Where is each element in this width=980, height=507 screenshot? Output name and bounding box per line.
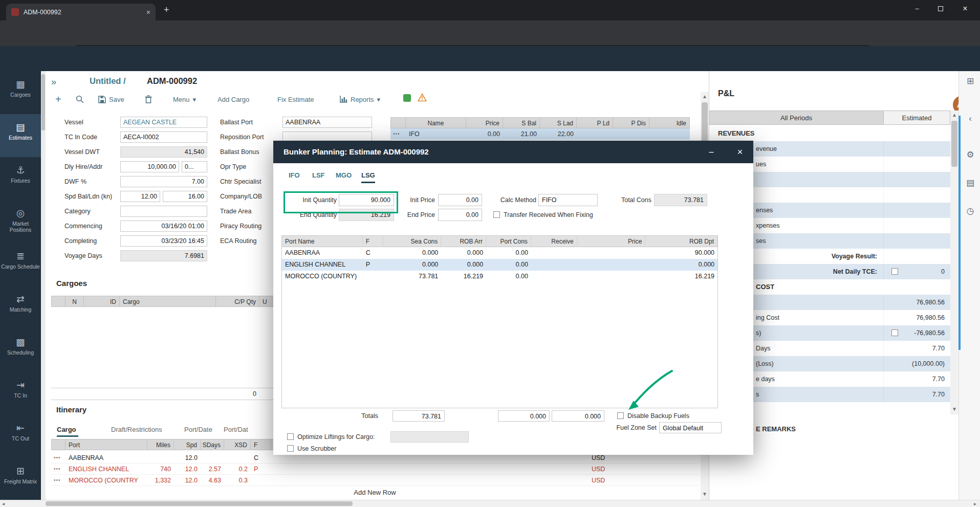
- spd-ballast-field[interactable]: 12.00: [120, 191, 160, 202]
- fuel-zone-select[interactable]: Global Default: [659, 422, 722, 433]
- voyage-days-field[interactable]: 7.6981: [120, 250, 207, 261]
- clock-icon[interactable]: ◷: [964, 206, 976, 216]
- end-quantity-field[interactable]: 16.219: [339, 209, 394, 221]
- trash-icon: [145, 95, 152, 103]
- sidebar-item-estimates[interactable]: ▤ Estimates: [0, 114, 41, 157]
- itinerary-row[interactable]: ••• ENGLISH CHANNEL 740 12.0 2.57 0.2 P …: [51, 464, 699, 475]
- itinerary-tab-cargo[interactable]: Cargo: [57, 426, 76, 433]
- transfer-received-checkbox[interactable]: [493, 211, 500, 218]
- window-maximize-button[interactable]: [929, 0, 952, 17]
- init-price-field[interactable]: 0.00: [438, 194, 482, 206]
- totals-label: Totals: [335, 410, 378, 422]
- category-field[interactable]: [120, 206, 207, 217]
- window-minimize-button[interactable]: –: [905, 0, 929, 17]
- cargoes-icon: ▦: [0, 79, 41, 90]
- pnl-scroll-down-icon[interactable]: ▼: [952, 406, 957, 412]
- fuel-tab-lsg[interactable]: LSG: [361, 171, 375, 183]
- new-tab-button[interactable]: +: [164, 5, 169, 15]
- sidebar-item-market-positions[interactable]: ◎ Market Positions: [0, 200, 41, 243]
- bunker-grid-row[interactable]: AABENRAA C 0.000 0.000 0.00 90.000: [282, 247, 717, 259]
- tc-in-code-field[interactable]: AECA-I0002: [120, 131, 207, 143]
- disable-backup-fuels-checkbox[interactable]: [617, 412, 624, 419]
- itinerary-row[interactable]: ••• MOROCCO (COUNTRY 1,332 12.0 4.63 0.3…: [51, 475, 699, 486]
- scroll-up-icon[interactable]: ▲: [702, 94, 707, 99]
- dly-hire-field[interactable]: 10,000.00: [120, 161, 179, 172]
- scroll-down-icon[interactable]: ▼: [702, 491, 707, 497]
- delete-button[interactable]: [145, 93, 152, 105]
- pnl-scrollbar-thumb[interactable]: [951, 121, 957, 167]
- field-label: Chtr Specialist: [220, 176, 262, 187]
- dialog-minimize-button[interactable]: –: [703, 141, 720, 163]
- sidebar-item-freight-matrix[interactable]: ⊞ Freight Matrix: [0, 458, 41, 500]
- cargoes-total-qty: 0: [216, 388, 259, 400]
- bunker-grid-row[interactable]: MOROCCO (COUNTRY) 73.781 16.219 0.00 16.…: [282, 271, 717, 282]
- commencing-field[interactable]: 03/16/20 01:00: [120, 221, 207, 232]
- sidebar-item-tc-in[interactable]: ⇥ TC In: [0, 372, 41, 415]
- bunker-summary-row-ifo[interactable]: ••• IFO 0.00 21.00 22.00: [390, 128, 690, 140]
- sidebar-item-matching[interactable]: ⇄ Matching: [0, 286, 41, 329]
- sidebar-item-scheduling[interactable]: ▩ Scheduling: [0, 329, 41, 372]
- spd-laden-field[interactable]: 16.00: [163, 191, 207, 202]
- use-scrubber-checkbox[interactable]: [287, 445, 294, 452]
- add-cargo-button[interactable]: Add Cargo: [217, 93, 249, 105]
- pnl-scroll-up-icon[interactable]: ▲: [952, 112, 957, 118]
- sidebar-item-tc-out[interactable]: ⇤ TC Out: [0, 415, 41, 458]
- sidebar-item-cargoes[interactable]: ▦ Cargoes: [0, 71, 41, 114]
- init-quantity-field[interactable]: 90.000: [339, 194, 394, 206]
- row-menu-icon[interactable]: •••: [51, 464, 66, 475]
- reports-button[interactable]: Reports ▾: [340, 93, 380, 105]
- row-menu-icon[interactable]: •••: [390, 128, 406, 140]
- fuel-tab-ifo[interactable]: IFO: [289, 171, 300, 182]
- save-button[interactable]: Save: [98, 93, 124, 105]
- completing-field[interactable]: 03/23/20 16:45: [120, 235, 207, 247]
- fix-estimate-button[interactable]: Fix Estimate: [277, 93, 314, 105]
- bunker-grid-row[interactable]: ENGLISH CHANNEL P 0.000 0.000 0.00 0.000: [282, 259, 717, 271]
- validation-ok-icon: [403, 94, 411, 102]
- itinerary-tab-draft[interactable]: Draft/Restrictions: [111, 426, 162, 433]
- optimize-cargo-field[interactable]: [390, 431, 469, 443]
- calc-method-field[interactable]: FIFO: [538, 194, 598, 206]
- validation-warning-button[interactable]: [418, 93, 427, 104]
- window-close-button[interactable]: ×: [953, 0, 977, 17]
- totals-sea-cons-field: 73.781: [393, 410, 445, 422]
- scroll-left-icon[interactable]: ◂: [2, 501, 5, 506]
- ballast-port-field[interactable]: AABENRAA: [282, 117, 372, 128]
- scroll-right-icon[interactable]: ▸: [974, 501, 976, 506]
- add-row-plus-button[interactable]: +: [55, 93, 61, 105]
- field-label: DWF %: [64, 176, 86, 187]
- vessel-field[interactable]: AEGEAN CASTLE: [120, 117, 207, 128]
- itinerary-tab-port-date[interactable]: Port/Date: [184, 426, 212, 433]
- dialog-title: Bunker Planning: Estimate ADM-000992: [273, 141, 753, 163]
- optimize-liftings-checkbox[interactable]: [287, 433, 294, 440]
- search-button[interactable]: [76, 93, 84, 105]
- tab-favicon-icon: [11, 8, 19, 16]
- tab-close-icon[interactable]: ×: [146, 8, 150, 16]
- fuel-tab-lsf[interactable]: LSF: [312, 171, 325, 182]
- sidebar-item-fixtures[interactable]: ⚓ Fixtures: [0, 157, 41, 200]
- sidebar-item-cargo-schedule[interactable]: ≣ Cargo Schedule: [0, 243, 41, 286]
- sidebar-scrollbar-thumb[interactable]: [41, 74, 45, 130]
- field-label: Total Cons: [608, 194, 651, 206]
- collapse-panel-icon[interactable]: ‹: [964, 114, 976, 124]
- row-menu-icon[interactable]: •••: [51, 475, 66, 486]
- gear-icon[interactable]: ⚙: [964, 149, 976, 160]
- browser-tab[interactable]: ADM-000992 ×: [6, 4, 156, 20]
- end-price-field[interactable]: 0.00: [438, 209, 482, 221]
- horizontal-scrollbar-thumb[interactable]: [46, 501, 353, 506]
- document-icon[interactable]: ▤: [964, 178, 976, 188]
- add-new-row-button[interactable]: Add New Row: [51, 487, 699, 498]
- breadcrumb-untitled[interactable]: Untitled /: [90, 76, 126, 86]
- dwf-field[interactable]: 7.00: [120, 176, 207, 187]
- fuel-tab-mgo[interactable]: MGO: [336, 171, 352, 182]
- menu-button[interactable]: Menu ▾: [173, 93, 196, 105]
- addr-comm-field[interactable]: 0...: [182, 161, 207, 172]
- vessel-dwt-field[interactable]: 41,540: [120, 146, 207, 158]
- itinerary-tab-port-dat[interactable]: Port/Dat: [224, 426, 248, 433]
- grid-view-icon[interactable]: ⊞: [964, 76, 976, 86]
- field-label: Init Quantity: [289, 194, 337, 206]
- field-label: Opr Type: [220, 161, 246, 172]
- expand-chevrons-icon[interactable]: »: [51, 77, 56, 87]
- total-cons-field[interactable]: 73.781: [654, 194, 707, 206]
- row-menu-icon[interactable]: •••: [51, 452, 66, 464]
- dialog-close-button[interactable]: ×: [732, 141, 748, 163]
